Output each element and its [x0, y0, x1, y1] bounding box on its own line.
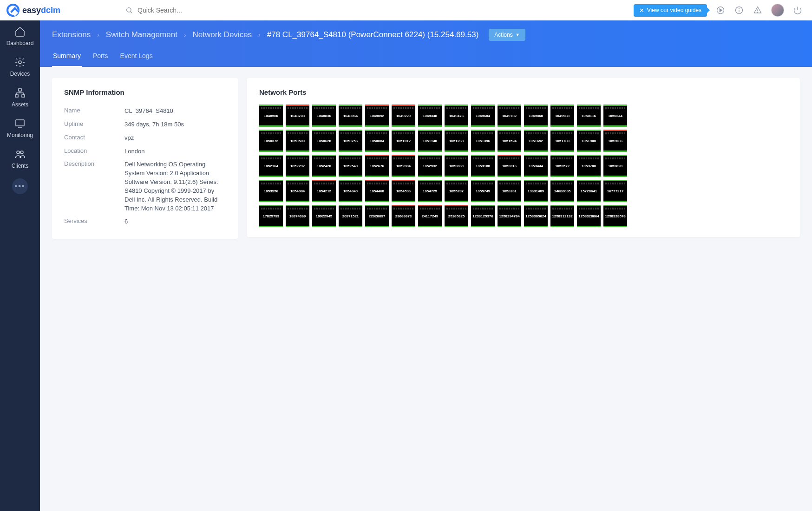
port-1051140[interactable]: 1051140 — [418, 130, 442, 152]
alert-icon[interactable] — [753, 5, 763, 15]
port-1052804[interactable]: 1052804 — [392, 155, 415, 177]
port-1053316[interactable]: 1053316 — [498, 155, 521, 177]
port-17825793[interactable]: 17825793 — [259, 205, 283, 227]
actions-button[interactable]: Actions ▼ — [489, 29, 525, 41]
port-1055237[interactable]: 1055237 — [445, 180, 468, 202]
video-guides-label: View our video guides — [647, 7, 701, 13]
port-1051268[interactable]: 1051268 — [445, 130, 468, 152]
info-icon[interactable] — [734, 5, 744, 15]
port-1054468[interactable]: 1054468 — [365, 180, 389, 202]
port-status-bottom — [524, 201, 548, 202]
port-1053956[interactable]: 1053956 — [259, 180, 283, 202]
port-1049732[interactable]: 1049732 — [498, 105, 521, 127]
port-1048708[interactable]: 1048708 — [286, 105, 309, 127]
logo[interactable]: easydcim — [7, 4, 60, 17]
port-1051524[interactable]: 1051524 — [498, 130, 521, 152]
port-20971521[interactable]: 20971521 — [339, 205, 362, 227]
port-1048964[interactable]: 1048964 — [339, 105, 362, 127]
port-1052420[interactable]: 1052420 — [312, 155, 336, 177]
port-19922945[interactable]: 19922945 — [312, 205, 336, 227]
port-1054340[interactable]: 1054340 — [339, 180, 362, 202]
port-24117249[interactable]: 24117249 — [418, 205, 442, 227]
crumb-extensions[interactable]: Extensions — [52, 30, 91, 39]
nav-assets[interactable]: Assets — [0, 82, 40, 112]
port-body: 1051140 — [418, 131, 442, 151]
port-1049220[interactable]: 1049220 — [392, 105, 415, 127]
port-1054725[interactable]: 1054725 — [418, 180, 442, 202]
port-1050116[interactable]: 1050116 — [577, 105, 601, 127]
play-icon[interactable] — [715, 5, 726, 15]
search-input[interactable] — [138, 7, 230, 14]
nav-clients[interactable]: Clients — [0, 143, 40, 174]
port-1054596[interactable]: 1054596 — [392, 180, 415, 202]
close-icon[interactable]: ✕ — [639, 7, 644, 14]
port-1050628[interactable]: 1050628 — [312, 130, 336, 152]
crumb-network-devices[interactable]: Network Devices — [193, 30, 252, 39]
port-1051780[interactable]: 1051780 — [550, 130, 574, 152]
port-1052932[interactable]: 1052932 — [418, 155, 442, 177]
port-1050756[interactable]: 1050756 — [339, 130, 362, 152]
tab-event-logs[interactable]: Event Logs — [119, 52, 154, 67]
nav-devices[interactable]: Devices — [0, 51, 40, 82]
port-1050500[interactable]: 1050500 — [286, 130, 309, 152]
port-1053700[interactable]: 1053700 — [577, 155, 601, 177]
port-1049988[interactable]: 1049988 — [550, 105, 574, 127]
port-status-bottom — [259, 226, 283, 227]
tab-summary[interactable]: Summary — [52, 52, 82, 67]
port-1258294784[interactable]: 1258294784 — [498, 205, 521, 227]
port-14680065[interactable]: 14680065 — [550, 180, 574, 202]
nav-dashboard[interactable]: Dashboard — [0, 20, 40, 51]
port-1050884[interactable]: 1050884 — [365, 130, 389, 152]
port-1049604[interactable]: 1049604 — [471, 105, 495, 127]
port-1258312192[interactable]: 1258312192 — [550, 205, 574, 227]
crumb-switch-management[interactable]: Switch Management — [106, 30, 177, 39]
port-15728641[interactable]: 15728641 — [577, 180, 601, 202]
port-22020097[interactable]: 22020097 — [365, 205, 389, 227]
port-1051396[interactable]: 1051396 — [471, 130, 495, 152]
port-1053060[interactable]: 1053060 — [445, 155, 468, 177]
port-1053828[interactable]: 1053828 — [603, 155, 627, 177]
nav-more[interactable]: ••• — [12, 178, 28, 194]
port-1052548[interactable]: 1052548 — [339, 155, 362, 177]
port-1053444[interactable]: 1053444 — [524, 155, 548, 177]
port-1056261[interactable]: 1056261 — [498, 180, 521, 202]
port-13631489[interactable]: 13631489 — [524, 180, 548, 202]
port-status-bottom — [577, 176, 601, 177]
port-1054084[interactable]: 1054084 — [286, 180, 309, 202]
port-1048836[interactable]: 1048836 — [312, 105, 336, 127]
port-1052292[interactable]: 1052292 — [286, 155, 309, 177]
port-1048580[interactable]: 1048580 — [259, 105, 283, 127]
port-1052164[interactable]: 1052164 — [259, 155, 283, 177]
port-1049348[interactable]: 1049348 — [418, 105, 442, 127]
port-16777217[interactable]: 16777217 — [603, 180, 627, 202]
port-18874369[interactable]: 18874369 — [286, 205, 309, 227]
port-1049860[interactable]: 1049860 — [524, 105, 548, 127]
port-1051012[interactable]: 1051012 — [392, 130, 415, 152]
port-1053188[interactable]: 1053188 — [471, 155, 495, 177]
power-icon[interactable] — [792, 5, 803, 15]
video-guides-button[interactable]: ✕ View our video guides — [634, 4, 707, 17]
port-1049092[interactable]: 1049092 — [365, 105, 389, 127]
port-1258328576[interactable]: 1258328576 — [603, 205, 627, 227]
port-label: 1050884 — [369, 139, 385, 143]
port-23068673[interactable]: 23068673 — [392, 205, 415, 227]
port-1054212[interactable]: 1054212 — [312, 180, 336, 202]
port-1050372[interactable]: 1050372 — [259, 130, 283, 152]
port-25165825[interactable]: 25165825 — [445, 205, 468, 227]
port-1049476[interactable]: 1049476 — [445, 105, 468, 127]
nav-monitoring[interactable]: Monitoring — [0, 112, 40, 143]
port-1052036[interactable]: 1052036 — [603, 130, 627, 152]
port-1233125376[interactable]: 1233125376 — [471, 205, 495, 227]
port-body: 1052676 — [365, 156, 389, 176]
search-box[interactable] — [125, 7, 230, 14]
port-1258328064[interactable]: 1258328064 — [577, 205, 601, 227]
port-1258305024[interactable]: 1258305024 — [524, 205, 548, 227]
port-1055749[interactable]: 1055749 — [471, 180, 495, 202]
tab-ports[interactable]: Ports — [92, 52, 109, 67]
port-1051908[interactable]: 1051908 — [577, 130, 601, 152]
port-1052676[interactable]: 1052676 — [365, 155, 389, 177]
avatar[interactable] — [771, 4, 784, 17]
port-1053572[interactable]: 1053572 — [550, 155, 574, 177]
port-1050244[interactable]: 1050244 — [603, 105, 627, 127]
port-1051652[interactable]: 1051652 — [524, 130, 548, 152]
